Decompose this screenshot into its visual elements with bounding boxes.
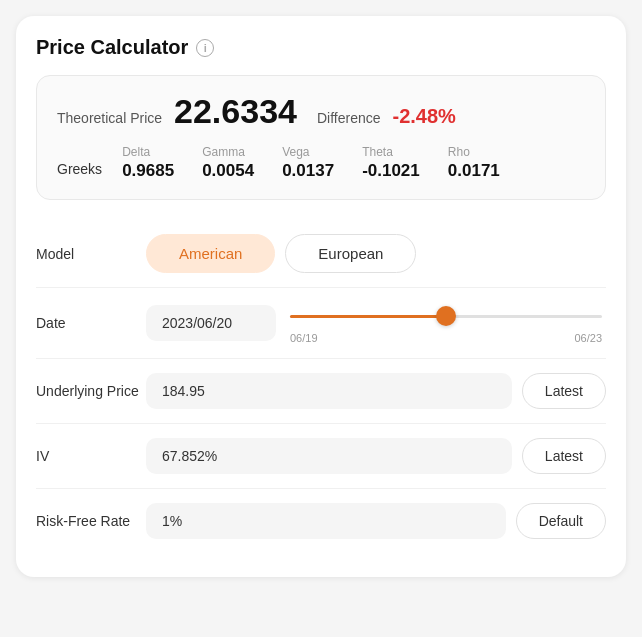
page-title-row: Price Calculator i (36, 36, 606, 59)
greeks-grid: Delta0.9685Gamma0.0054Vega0.0137Theta-0.… (122, 145, 500, 181)
greek-value: 0.0137 (282, 161, 334, 181)
form-section: Model American European Date 2023/06/20 (36, 220, 606, 553)
slider-labels: 06/19 06/23 (290, 332, 602, 344)
greek-name: Vega (282, 145, 309, 159)
underlying-price-row: Underlying Price 184.95 Latest (36, 359, 606, 424)
slider-min-label: 06/19 (290, 332, 318, 344)
iv-latest-button[interactable]: Latest (522, 438, 606, 474)
iv-input[interactable]: 67.852% (146, 438, 512, 474)
date-slider-container: 06/19 06/23 (286, 302, 606, 344)
difference-label: Difference (317, 110, 381, 126)
greek-item: Delta0.9685 (122, 145, 174, 181)
greeks-row: Greeks Delta0.9685Gamma0.0054Vega0.0137T… (57, 145, 585, 181)
risk-free-rate-row: Risk-Free Rate 1% Default (36, 489, 606, 553)
slider-max-label: 06/23 (574, 332, 602, 344)
greeks-label: Greeks (57, 145, 102, 177)
greek-name: Rho (448, 145, 470, 159)
model-label: Model (36, 246, 146, 262)
slider-track (290, 315, 602, 318)
difference-value: -2.48% (393, 105, 456, 128)
model-controls: American European (146, 234, 606, 273)
greek-item: Vega0.0137 (282, 145, 334, 181)
greek-item: Rho0.0171 (448, 145, 500, 181)
underlying-price-controls: 184.95 Latest (146, 373, 606, 409)
risk-free-rate-default-button[interactable]: Default (516, 503, 606, 539)
date-input[interactable]: 2023/06/20 (146, 305, 276, 341)
risk-free-rate-label: Risk-Free Rate (36, 513, 146, 529)
greek-item: Theta-0.1021 (362, 145, 420, 181)
price-row: Theoretical Price 22.6334 Difference -2.… (57, 92, 585, 131)
greek-name: Theta (362, 145, 393, 159)
summary-box: Theoretical Price 22.6334 Difference -2.… (36, 75, 606, 200)
greek-name: Gamma (202, 145, 245, 159)
risk-free-rate-input[interactable]: 1% (146, 503, 506, 539)
theoretical-value: 22.6334 (174, 92, 297, 131)
price-calculator-card: Price Calculator i Theoretical Price 22.… (16, 16, 626, 577)
theoretical-label: Theoretical Price (57, 110, 162, 126)
iv-row: IV 67.852% Latest (36, 424, 606, 489)
iv-label: IV (36, 448, 146, 464)
model-european-button[interactable]: European (285, 234, 416, 273)
model-american-button[interactable]: American (146, 234, 275, 273)
iv-controls: 67.852% Latest (146, 438, 606, 474)
greek-value: 0.0171 (448, 161, 500, 181)
date-label: Date (36, 315, 146, 331)
model-row: Model American European (36, 220, 606, 288)
date-controls: 2023/06/20 06/19 06/23 (146, 302, 606, 344)
slider-thumb[interactable] (436, 306, 456, 326)
risk-free-rate-controls: 1% Default (146, 503, 606, 539)
greek-value: -0.1021 (362, 161, 420, 181)
date-row: Date 2023/06/20 06/19 06/23 (36, 288, 606, 359)
date-slider-wrapper (290, 302, 602, 330)
greek-item: Gamma0.0054 (202, 145, 254, 181)
greek-value: 0.9685 (122, 161, 174, 181)
underlying-price-latest-button[interactable]: Latest (522, 373, 606, 409)
slider-fill (290, 315, 446, 318)
underlying-price-label: Underlying Price (36, 383, 146, 399)
underlying-price-input[interactable]: 184.95 (146, 373, 512, 409)
info-icon[interactable]: i (196, 39, 214, 57)
greek-name: Delta (122, 145, 150, 159)
greek-value: 0.0054 (202, 161, 254, 181)
page-title: Price Calculator (36, 36, 188, 59)
